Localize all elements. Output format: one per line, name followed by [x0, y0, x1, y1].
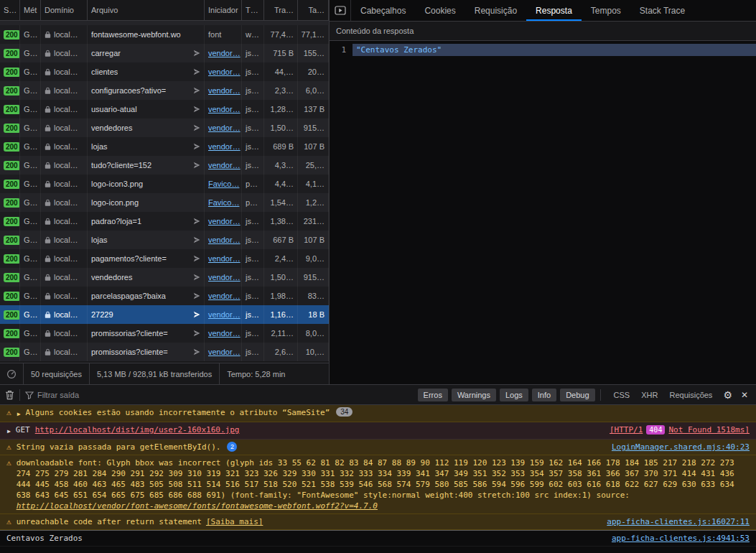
initiator-cell[interactable]: vendor… — [205, 343, 242, 361]
network-request-row[interactable]: 200G…local…vendedoresvendor…js…1,50…915… — [0, 118, 329, 137]
status-200-badge: 200 — [4, 49, 20, 58]
network-request-row[interactable]: 200G…local…promissorias?cliente=vendor…j… — [0, 324, 329, 343]
console-filter-input[interactable] — [37, 391, 181, 399]
filter-button-requisicoes[interactable]: Requisições — [666, 389, 716, 401]
request-url-link[interactable]: http://localhost/dist/img/user2-160x160.… — [35, 425, 240, 434]
status-cell: 200 — [0, 156, 20, 175]
status-200-badge: 200 — [4, 348, 20, 357]
status-cell: 200 — [0, 305, 20, 324]
transferred-cell: 689 B — [264, 137, 298, 156]
column-header-type[interactable]: T… — [242, 0, 264, 20]
status-200-badge: 200 — [4, 86, 20, 96]
initiator-cell[interactable]: vendor… — [205, 100, 242, 118]
tab-tempos[interactable]: Tempos — [582, 0, 630, 21]
column-header-status[interactable]: S… — [0, 0, 20, 20]
status-cell: 200 — [0, 268, 20, 287]
network-request-row[interactable]: 200G…local…padrao?loja=1vendor…js…1,38…2… — [0, 212, 329, 231]
filter-button-warnings[interactable]: Warnings — [452, 389, 496, 401]
throttling-icon[interactable] — [0, 363, 24, 384]
initiator-cell[interactable]: vendor… — [205, 268, 242, 287]
column-header-method[interactable]: Mét — [20, 0, 41, 20]
size-cell: 6,0… — [298, 81, 329, 100]
http-status-text: [HTTP/1404Not Found 1518ms] — [599, 424, 750, 435]
network-request-row[interactable]: 200G…local…tudo?cliente=152vendor…js…4,3… — [0, 156, 329, 175]
new-request-icon[interactable] — [330, 0, 351, 21]
network-request-row[interactable]: 200G…local…configuracoes?ativo=vendor…js… — [0, 81, 329, 100]
filter-button-xhr[interactable]: XHR — [638, 389, 661, 401]
network-request-row[interactable]: 200G…local…clientesvendor…js…44,…20… — [0, 62, 329, 81]
initiator-cell[interactable]: vendor… — [205, 249, 242, 268]
network-request-row[interactable]: 200G…local…fontawesome-webfont.wofontw…7… — [0, 25, 329, 44]
size-cell: 137 B — [298, 100, 329, 118]
initiator-cell[interactable]: Favico… — [205, 175, 242, 193]
column-header-file[interactable]: Arquivo — [88, 0, 205, 20]
status-200-badge: 200 — [4, 198, 20, 208]
status-200-badge: 200 — [4, 142, 20, 152]
initiator-cell[interactable]: vendor… — [205, 118, 242, 137]
column-header-domain[interactable]: Domínio — [41, 0, 88, 20]
console-warning-samesite: ⚠ ▶ Alguns cookies estão usando incorret… — [0, 405, 756, 422]
response-source-view[interactable]: 1 "Centavos Zerados" — [330, 41, 756, 384]
network-request-row[interactable]: 200G…local…lojasvendor…js…667 B107 B — [0, 231, 329, 249]
initiator-cell[interactable]: vendor… — [205, 212, 242, 231]
close-split-console-icon[interactable]: ✕ — [741, 390, 748, 400]
initiator-cell[interactable]: vendor… — [205, 62, 242, 81]
clear-console-icon[interactable] — [5, 390, 14, 400]
status-cell: 200 — [0, 212, 20, 231]
network-request-row[interactable]: 200G…local…lojasvendor…js…689 B107 B — [0, 137, 329, 156]
source-location-link[interactable]: app-ficha-clientes.js:16027:11 — [597, 516, 750, 527]
initiator-cell[interactable]: vendor… — [205, 44, 242, 62]
initiator-cell[interactable]: vendor… — [205, 305, 242, 324]
font-source-url-link[interactable]: http://localhost/vendor/font-awesome/fon… — [17, 501, 378, 511]
initiator-cell[interactable]: vendor… — [205, 287, 242, 305]
lock-icon — [45, 162, 51, 169]
status-200-badge: 200 — [4, 30, 20, 40]
network-request-row[interactable]: 200G…local…usuario-atualvendor…js…1,28…1… — [0, 100, 329, 118]
lock-icon — [45, 143, 51, 151]
filter-button-css[interactable]: CSS — [610, 389, 634, 401]
type-cell: js… — [242, 81, 264, 100]
type-cell: js… — [242, 137, 264, 156]
method-cell: G… — [20, 25, 41, 44]
column-header-initiator[interactable]: Iniciador — [205, 0, 242, 20]
learn-more-link[interactable]: [Saiba mais] — [206, 517, 263, 526]
initiator-cell[interactable]: vendor… — [205, 231, 242, 249]
network-request-row[interactable]: 200G…local…vendedoresvendor…js…1,50…915… — [0, 268, 329, 287]
initiator-cell[interactable]: vendor… — [205, 156, 242, 175]
lock-icon — [45, 236, 51, 244]
tab-stack-trace[interactable]: Stack Trace — [630, 0, 694, 21]
network-request-row[interactable]: 200G…local…logo-icon3.pngFavico…p…4,4…4,… — [0, 175, 329, 193]
network-request-row[interactable]: 200G…local…promissorias?cliente=vendor…j… — [0, 343, 329, 361]
expand-arrow-icon[interactable]: ▶ — [17, 409, 21, 419]
column-header-size[interactable]: Ta… — [298, 0, 329, 20]
network-request-row[interactable]: 200G…local…logo-icon.pngFavico…p…1,54…1,… — [0, 193, 329, 212]
domain-cell: local… — [41, 249, 88, 268]
network-request-row[interactable]: 200G…local…parcelaspagas?baixavendor…js…… — [0, 287, 329, 305]
tab-requisicao[interactable]: Requisição — [465, 0, 526, 21]
network-request-row[interactable]: 200G…local…carregarvendor…js…715 B155… — [0, 44, 329, 62]
lock-icon — [45, 274, 51, 282]
transferred-cell: 715 B — [264, 44, 298, 62]
source-location-link[interactable]: LoginManager.shared.mjs:40:23 — [602, 442, 750, 452]
filter-button-debug[interactable]: Debug — [560, 389, 594, 401]
tab-cabecalhos[interactable]: Cabeçalhos — [351, 0, 415, 21]
network-request-row[interactable]: 200G…local…27229vendor…js…1,16…18 B — [0, 305, 329, 324]
column-header-transferred[interactable]: Tra… — [264, 0, 298, 20]
source-location-link[interactable]: app-ficha-clientes.js:4941:53 — [602, 533, 750, 544]
initiator-cell[interactable]: vendor… — [205, 137, 242, 156]
filter-button-erros[interactable]: Erros — [418, 389, 448, 401]
top-split: S… Mét Domínio Arquivo Iniciador T… Tra…… — [0, 0, 756, 384]
status-cell: 200 — [0, 287, 20, 305]
console-settings-gear-icon[interactable]: ⚙ — [723, 389, 732, 401]
send-icon — [193, 255, 200, 262]
initiator-cell[interactable]: vendor… — [205, 324, 242, 343]
tab-resposta[interactable]: Resposta — [526, 0, 582, 21]
expand-arrow-icon[interactable]: ▶ — [7, 426, 11, 437]
initiator-cell[interactable]: vendor… — [205, 81, 242, 100]
status-200-badge: 200 — [4, 254, 20, 264]
initiator-cell[interactable]: Favico… — [205, 193, 242, 212]
filter-button-info[interactable]: Info — [532, 389, 556, 401]
network-request-row[interactable]: 200G…local…pagamentos?cliente=vendor…js…… — [0, 249, 329, 268]
tab-cookies[interactable]: Cookies — [415, 0, 465, 21]
filter-button-logs[interactable]: Logs — [500, 389, 528, 401]
